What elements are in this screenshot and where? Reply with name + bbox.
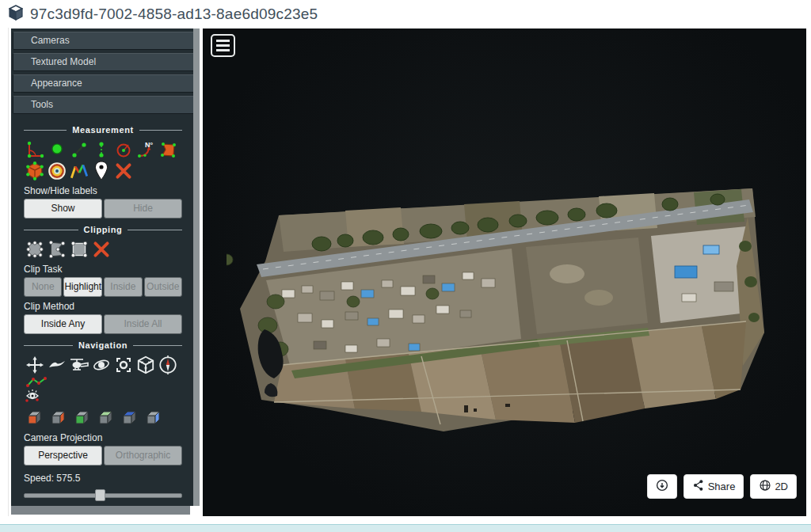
hide-labels-button[interactable]: Hide	[104, 199, 182, 218]
height-profile-icon[interactable]	[68, 160, 90, 181]
camera-animation-row	[24, 375, 182, 405]
clip-method-label: Clip Method	[24, 301, 182, 312]
sidebar-item-tools[interactable]: Tools	[13, 96, 198, 114]
helicopter-controls-icon[interactable]	[68, 354, 90, 375]
clip-task-label: Clip Task	[24, 264, 182, 275]
clipping-legend: Clipping	[24, 225, 182, 234]
terrain-model[interactable]	[227, 171, 781, 444]
orbit-controls-icon[interactable]	[90, 354, 112, 375]
annotation-icon[interactable]	[90, 160, 112, 181]
height-measurement-icon[interactable]	[90, 139, 112, 160]
viewer-3d-canvas[interactable]: Share 2D	[203, 28, 806, 516]
view-front-icon[interactable]	[71, 407, 91, 428]
sidebar-item-appearance[interactable]: Appearance	[13, 74, 198, 93]
distance-measurement-icon[interactable]	[68, 139, 90, 160]
clip-polygon-icon[interactable]	[46, 238, 68, 260]
clip-task-inside-button[interactable]: Inside	[104, 277, 142, 297]
remove-all-measurements-icon[interactable]	[112, 160, 135, 181]
clipping-icon-row	[24, 238, 182, 260]
view-top-icon[interactable]	[119, 407, 139, 428]
clip-volume-icon[interactable]	[24, 238, 46, 260]
earth-controls-icon[interactable]	[24, 354, 46, 375]
sidebar-item-cameras[interactable]: Cameras	[13, 32, 198, 50]
tools-panel: Measurement N°	[11, 114, 200, 515]
navigation-legend: Navigation	[24, 340, 182, 350]
camera-projection-label: Camera Projection	[24, 432, 182, 443]
sidebar-vertical-scrollbar[interactable]	[193, 28, 200, 515]
show-hide-buttonset: Show Hide	[24, 199, 182, 218]
clip-method-buttonset: Inside Any Inside All	[24, 314, 182, 334]
clip-screen-icon[interactable]	[68, 238, 90, 260]
azimuth-measurement-icon[interactable]: N°	[135, 139, 157, 160]
view-cube-row	[24, 407, 182, 428]
navigation-cube-icon[interactable]	[135, 354, 157, 375]
page-title: 97c3d9fd-7002-4858-ad13-8ae6d09c23e5	[30, 6, 318, 23]
show-labels-button[interactable]: Show	[24, 199, 102, 218]
globe-2d-icon	[759, 479, 771, 494]
view-right-icon[interactable]	[48, 407, 67, 428]
title-bar: 97c3d9fd-7002-4858-ad13-8ae6d09c23e5	[0, 0, 811, 28]
sidebar-item-textured-model[interactable]: Textured Model	[13, 53, 198, 71]
view-back-icon[interactable]	[95, 407, 115, 428]
area-measurement-icon[interactable]	[157, 139, 179, 160]
compass-icon[interactable]	[157, 354, 179, 375]
page-left-rule	[8, 28, 9, 516]
circle-measurement-icon[interactable]	[112, 139, 135, 160]
2d-view-button[interactable]: 2D	[750, 474, 797, 499]
focus-icon[interactable]	[112, 354, 135, 375]
navigation-icon-row	[24, 354, 182, 375]
measurement-icon-row-1: N°	[24, 139, 182, 160]
clip-task-buttonset: None Highlight Inside Outside	[24, 277, 182, 297]
download-icon	[655, 478, 669, 495]
view-bottom-icon[interactable]	[143, 407, 162, 428]
download-button[interactable]	[647, 474, 677, 499]
speed-label: Speed: 575.5	[24, 473, 182, 484]
share-button-label: Share	[708, 481, 736, 492]
page-bottom-strip	[0, 524, 811, 532]
remove-all-clipping-icon[interactable]	[90, 238, 112, 260]
speed-slider[interactable]	[24, 489, 182, 501]
share-icon	[692, 479, 705, 494]
angle-measurement-icon[interactable]	[24, 139, 46, 160]
menu-toggle-button[interactable]	[211, 34, 235, 57]
clip-method-inside-any-button[interactable]: Inside Any	[24, 314, 102, 334]
2d-button-label: 2D	[775, 481, 788, 492]
model-cube-icon	[7, 4, 25, 25]
sidebar: Cameras Textured Model Appearance Tools …	[11, 28, 200, 515]
measurement-icon-row-2	[24, 160, 182, 181]
clip-task-highlight-button[interactable]: Highlight	[63, 277, 102, 297]
show-hide-labels-label: Show/Hide labels	[24, 185, 182, 196]
clip-method-inside-all-button[interactable]: Inside All	[104, 314, 182, 334]
volume-measurement-icon[interactable]	[24, 160, 46, 181]
perspective-button[interactable]: Perspective	[24, 446, 102, 466]
clip-task-none-button[interactable]: None	[24, 277, 62, 297]
view-left-icon[interactable]	[24, 407, 44, 428]
share-button[interactable]: Share	[683, 474, 744, 499]
sphere-distances-icon[interactable]	[46, 160, 68, 181]
fly-controls-icon[interactable]	[46, 354, 68, 375]
hamburger-icon	[216, 40, 230, 51]
measurement-legend: Measurement	[24, 125, 182, 135]
sidebar-scrollbar-corner	[190, 506, 200, 515]
camera-animation-icon[interactable]	[24, 375, 49, 405]
camera-projection-buttonset: Perspective Orthographic	[24, 446, 182, 466]
speed-slider-handle[interactable]	[95, 489, 105, 501]
orthographic-button[interactable]: Orthographic	[104, 446, 182, 466]
point-measurement-icon[interactable]	[46, 139, 68, 160]
clip-task-outside-button[interactable]: Outside	[144, 277, 182, 297]
viewer-toolbar: Share 2D	[647, 474, 797, 499]
sidebar-horizontal-scrollbar[interactable]	[11, 506, 190, 515]
